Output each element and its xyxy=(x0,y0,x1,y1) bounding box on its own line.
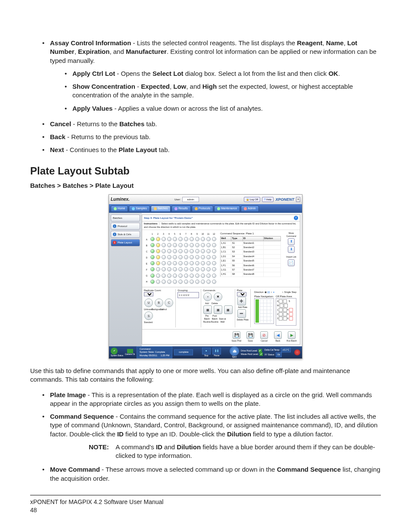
direction-vert-icon: |||| xyxy=(268,291,270,294)
command-status-box: complete xyxy=(174,349,193,355)
grouping-input[interactable] xyxy=(177,292,199,298)
tab-maintenance[interactable]: Maintenance xyxy=(214,205,240,212)
tab-samples[interactable]: Samples xyxy=(129,205,149,212)
plate-navigation-group: Direction ◉ |||| ○ ≡ ○Single Step Plate … xyxy=(252,289,298,328)
note-block: NOTE: A command's ID and Dilution fields… xyxy=(89,443,381,460)
bullet-command-sequence: Command Sequence - Contains the command … xyxy=(40,412,381,460)
waste-fluid-status: Waste Fluid Level:✔ xyxy=(241,352,263,356)
eject-button[interactable]: ⏏ xyxy=(230,346,239,356)
main-tabs: Home Samples Batches Results Protocols M… xyxy=(109,204,302,213)
user-name: admin xyxy=(182,197,199,202)
save-prtcl-button[interactable]: 💾Save Prtcl xyxy=(230,331,243,342)
status-bar: ✔ System Status Camera Ok Command: Syste… xyxy=(109,346,302,358)
protocols-icon xyxy=(195,207,198,210)
camera-ok-icon xyxy=(127,349,133,353)
help-button[interactable]: ? Help xyxy=(262,197,274,202)
sidebar: Batches 1Protocol 2Stds & Ctrls 3Plate L… xyxy=(109,213,142,346)
bullet-apply-ctrl-lot: Apply Ctrl Lot - Opens the Select Lot di… xyxy=(62,69,381,78)
sheath-fluid-status: Drive Fluid Level:✔ xyxy=(241,349,263,352)
standard-button[interactable]: S xyxy=(144,311,153,320)
bullet-plate-image: Plate Image - This is a representation o… xyxy=(40,391,381,408)
maintenance-icon xyxy=(217,207,220,210)
off-plate-area[interactable]: A S W 1 4 2 5 3 6 xyxy=(276,298,296,326)
tab-protocols[interactable]: Protocols xyxy=(192,205,213,212)
tab-batches[interactable]: Batches xyxy=(151,205,171,212)
run-batch-button[interactable]: ▶Run Batch xyxy=(285,331,298,342)
bullet-assay-control-info: Assay Control Information - Lists the se… xyxy=(40,39,381,113)
background-button[interactable]: B xyxy=(155,299,163,307)
bullet-show-concentration: Show Concentration - Expected, Low, and … xyxy=(62,82,381,100)
lower-controls: Replicate Count: 1 U B C UnknownBackgrou… xyxy=(142,287,300,330)
add-plate-button[interactable]: ➕ xyxy=(237,297,246,305)
post-batch-button[interactable]: ▦ xyxy=(214,305,222,314)
logoff-button[interactable]: 🔒 Log Off xyxy=(244,197,260,202)
add-cmd-button[interactable]: ＋ xyxy=(203,292,212,301)
batches-icon xyxy=(154,207,157,210)
plate-navigator[interactable] xyxy=(254,298,274,324)
plate-group: Plate: 1 ➕ Add Plate ➖ Delete Plate xyxy=(237,289,251,328)
single-step-toggle[interactable]: ○ xyxy=(282,291,283,294)
sidebar-item-protocol[interactable]: 1Protocol xyxy=(111,223,140,230)
grouping-group: Grouping: xyxy=(177,289,201,328)
replicate-count-select[interactable]: 1 xyxy=(144,292,153,296)
sub-bullets-assay: Apply Ctrl Lot - Opens the Select Lot di… xyxy=(50,69,381,113)
move-command-controls: Move Command ⬆ ⬇ Import List 📄 xyxy=(283,230,300,287)
luminex-logo: Luminex. xyxy=(111,196,130,202)
tab-results[interactable]: Results xyxy=(171,205,191,212)
save-button[interactable]: 💾Save xyxy=(244,331,257,342)
start-at-well-button[interactable]: ▦ xyxy=(224,305,233,314)
samples-icon xyxy=(132,207,135,210)
back-button[interactable]: ◀Back xyxy=(271,331,284,342)
command-sequence-table[interactable]: WellTypeIDDilution 1,A1S1Standard11,B1S2… xyxy=(220,236,281,277)
plate-select[interactable]: 1 xyxy=(237,292,246,296)
move-down-button[interactable]: ⬇ xyxy=(288,246,295,253)
step-title: Step 3: Plate Layout for "Protein Demo"i xyxy=(142,215,300,221)
unknown-button[interactable]: U xyxy=(144,299,153,307)
move-up-button[interactable]: ⬆ xyxy=(288,238,295,245)
direction-horiz-icon: ≡ xyxy=(273,291,274,294)
bullet-apply-values: Apply Values - Applies a value down or a… xyxy=(62,104,381,113)
user-label: User: xyxy=(174,198,181,201)
intro-paragraph: Use this tab to define commands that app… xyxy=(30,367,381,384)
system-status-icon: ✔ xyxy=(111,348,118,355)
tab-home[interactable]: Home xyxy=(111,205,128,212)
plate-image[interactable]: 123456789101112ABCDEFGH xyxy=(142,230,218,287)
bullet-cancel: Cancel - Returns to the Batches tab. xyxy=(40,120,381,128)
delete-plate-button[interactable]: ➖ xyxy=(237,309,246,318)
direction-horizontal[interactable]: ○ xyxy=(271,291,272,294)
control-button[interactable]: C xyxy=(165,299,173,307)
plate-layout-screenshot: Luminex. User: admin 🔒 Log Off ? Help XP… xyxy=(30,194,381,359)
replicate-group: Replicate Count: 1 U B C UnknownBackgrou… xyxy=(144,289,176,328)
tab-admin[interactable]: Admin xyxy=(241,205,258,212)
xy-status: XY Status:Ok xyxy=(265,352,291,357)
cancel-button[interactable]: ⊘Cancel xyxy=(258,331,271,342)
direction-vertical[interactable]: ◉ xyxy=(265,291,267,294)
breadcrumb: Batches > Batches > Plate Layout xyxy=(30,181,381,190)
sidebar-item-stds-ctrls[interactable]: 2Stds & Ctrls xyxy=(111,231,140,238)
power-icon[interactable] xyxy=(294,349,300,355)
stop-button[interactable]: ■ xyxy=(202,348,211,355)
admin-icon xyxy=(244,207,247,210)
delete-cmd-button[interactable]: ✖ xyxy=(214,292,222,301)
pre-batch-button[interactable]: ▦ xyxy=(203,305,212,314)
commands-group: Commands: ＋ ✖ AddDelete ▦ ▦ ▦ Pre Batch … xyxy=(203,289,235,328)
sidebar-item-batches[interactable]: Batches xyxy=(111,215,140,221)
results-icon xyxy=(174,207,177,210)
xponent-logo: XPONENT xyxy=(275,197,294,202)
pause-button[interactable]: ❚❚ xyxy=(212,348,221,355)
import-list-button[interactable]: 📄 xyxy=(288,259,295,266)
footer-rule xyxy=(30,495,381,495)
bullet-back: Back - Returns to the previous tab. xyxy=(40,133,381,141)
app-header: Luminex. User: admin 🔒 Log Off ? Help XP… xyxy=(109,195,302,204)
bullet-move-command: Move Command - These arrows move a selec… xyxy=(40,465,381,483)
command-sequence-panel: Command Sequence: Plate 1 WellTypeIDDilu… xyxy=(218,230,283,287)
info-icon[interactable]: i xyxy=(294,216,298,220)
top-bullet-list: Assay Control Information - Lists the se… xyxy=(40,39,381,155)
window-menu-icon[interactable]: ≡ xyxy=(296,197,300,202)
globe-icon xyxy=(114,207,117,210)
heading-plate-layout-subtab: Plate Layout Subtab xyxy=(30,164,381,178)
sidebar-item-plate-layout[interactable]: 3Plate Layout xyxy=(111,239,140,246)
footer-title: xPONENT for MAGPIX 4.2 Software User Man… xyxy=(30,498,381,506)
status-info-box: Command: System State: Complete Monday 0… xyxy=(137,346,172,358)
bullet-next: Next - Continues to the Plate Layout tab… xyxy=(40,146,381,154)
